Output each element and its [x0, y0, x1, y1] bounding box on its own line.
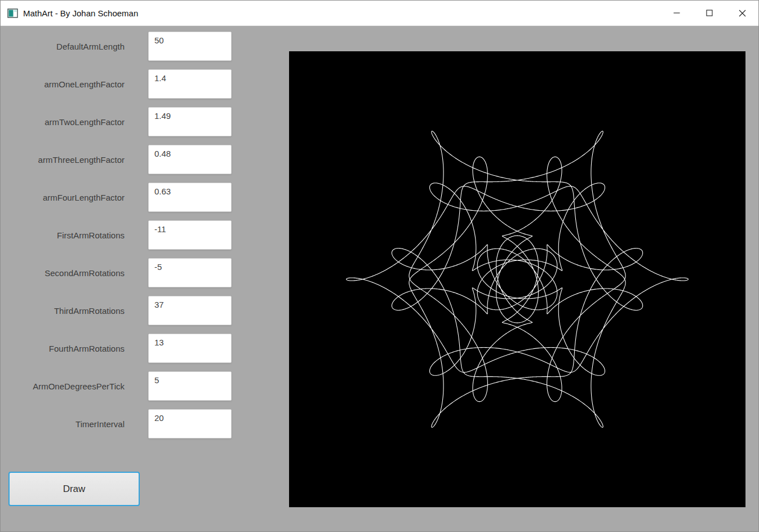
third-arm-rotations-input[interactable] [148, 296, 232, 325]
field-label: armTwoLengthFactor [8, 117, 125, 127]
fourth-arm-rotations-input[interactable] [148, 334, 232, 363]
field-row-default-arm-length: DefaultArmLength [8, 32, 282, 61]
field-row-first-arm-rotations: FirstArmRotations [8, 220, 282, 250]
field-row-arm-two-length-factor: armTwoLengthFactor [8, 107, 282, 136]
field-row-arm-one-degrees-per-tick: ArmOneDegreesPerTick [8, 371, 282, 401]
window-title: MathArt - By Johan Schoeman [23, 8, 138, 18]
field-label: SecondArmRotations [8, 268, 125, 278]
field-label: DefaultArmLength [8, 42, 125, 51]
arm-one-degrees-per-tick-input[interactable] [148, 371, 232, 401]
app-icon [7, 8, 18, 18]
field-row-arm-three-length-factor: armThreeLengthFactor [8, 145, 282, 174]
titlebar[interactable]: MathArt - By Johan Schoeman [1, 1, 758, 26]
close-icon [739, 10, 746, 17]
arm-three-length-factor-input[interactable] [148, 145, 232, 174]
draw-button[interactable]: Draw [8, 472, 140, 506]
second-arm-rotations-input[interactable] [148, 258, 232, 287]
field-label: ThirdArmRotations [8, 306, 125, 316]
field-row-arm-one-length-factor: armOneLengthFactor [8, 69, 282, 99]
arm-four-length-factor-input[interactable] [148, 183, 232, 212]
arm-two-length-factor-input[interactable] [148, 107, 232, 136]
close-button[interactable] [726, 1, 758, 25]
field-row-third-arm-rotations: ThirdArmRotations [8, 296, 282, 325]
arm-one-length-factor-input[interactable] [148, 69, 232, 99]
field-label: TimerInterval [8, 419, 125, 429]
field-label: ArmOneDegreesPerTick [8, 382, 125, 391]
maximize-icon [706, 10, 713, 16]
minimize-button[interactable] [660, 1, 693, 25]
field-label: armThreeLengthFactor [8, 155, 125, 165]
field-row-fourth-arm-rotations: FourthArmRotations [8, 334, 282, 363]
field-row-second-arm-rotations: SecondArmRotations [8, 258, 282, 287]
field-label: FourthArmRotations [8, 344, 125, 353]
field-label: armFourLengthFactor [8, 193, 125, 202]
art-canvas [289, 51, 745, 507]
field-label: armOneLengthFactor [8, 79, 125, 89]
window-controls [660, 1, 758, 25]
timer-interval-input[interactable] [148, 409, 232, 438]
field-label: FirstArmRotations [8, 230, 125, 240]
parameters-panel: DefaultArmLength armOneLengthFactor armT… [1, 26, 282, 531]
first-arm-rotations-input[interactable] [148, 220, 232, 250]
maximize-button[interactable] [693, 1, 726, 25]
default-arm-length-input[interactable] [148, 32, 232, 61]
app-window: MathArt - By Johan Schoeman [0, 0, 759, 532]
field-row-arm-four-length-factor: armFourLengthFactor [8, 183, 282, 212]
minimize-icon [673, 10, 680, 16]
field-row-timer-interval: TimerInterval [8, 409, 282, 438]
main-area: DefaultArmLength armOneLengthFactor armT… [1, 26, 758, 531]
